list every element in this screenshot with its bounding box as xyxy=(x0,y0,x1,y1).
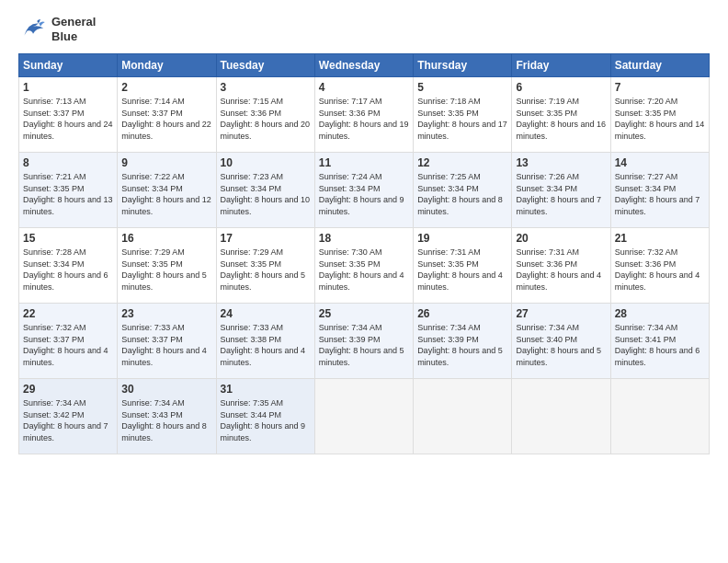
day-info: Sunrise: 7:32 AMSunset: 3:36 PMDaylight:… xyxy=(615,247,705,293)
day-number: 25 xyxy=(319,307,409,320)
day-number: 23 xyxy=(121,307,211,320)
calendar-cell: 3Sunrise: 7:15 AMSunset: 3:36 PMDaylight… xyxy=(216,77,314,153)
day-info: Sunrise: 7:30 AMSunset: 3:35 PMDaylight:… xyxy=(319,247,409,293)
day-number: 29 xyxy=(23,383,113,396)
calendar-cell: 4Sunrise: 7:17 AMSunset: 3:36 PMDaylight… xyxy=(314,77,413,153)
day-info: Sunrise: 7:19 AMSunset: 3:35 PMDaylight:… xyxy=(516,96,606,142)
calendar-week-row: 29Sunrise: 7:34 AMSunset: 3:42 PMDayligh… xyxy=(19,379,710,454)
day-number: 30 xyxy=(121,383,211,396)
day-info: Sunrise: 7:28 AMSunset: 3:34 PMDaylight:… xyxy=(23,247,113,293)
calendar-cell: 9Sunrise: 7:22 AMSunset: 3:34 PMDaylight… xyxy=(118,153,216,228)
day-number: 10 xyxy=(221,156,311,169)
day-number: 7 xyxy=(615,81,705,94)
weekday-header: Sunday xyxy=(19,54,118,77)
day-number: 19 xyxy=(417,232,507,245)
calendar-cell: 29Sunrise: 7:34 AMSunset: 3:42 PMDayligh… xyxy=(19,379,118,454)
calendar-cell: 20Sunrise: 7:31 AMSunset: 3:36 PMDayligh… xyxy=(512,228,610,304)
calendar-cell xyxy=(314,379,413,454)
header: General Blue xyxy=(18,15,710,44)
day-number: 20 xyxy=(516,232,606,245)
day-info: Sunrise: 7:32 AMSunset: 3:37 PMDaylight:… xyxy=(23,322,113,368)
weekday-header: Saturday xyxy=(610,54,709,77)
day-number: 24 xyxy=(221,307,311,320)
calendar-cell: 24Sunrise: 7:33 AMSunset: 3:38 PMDayligh… xyxy=(216,304,314,379)
day-info: Sunrise: 7:34 AMSunset: 3:42 PMDaylight:… xyxy=(23,397,113,443)
calendar-week-row: 15Sunrise: 7:28 AMSunset: 3:34 PMDayligh… xyxy=(19,228,710,304)
calendar-cell: 12Sunrise: 7:25 AMSunset: 3:34 PMDayligh… xyxy=(414,153,512,228)
day-number: 26 xyxy=(417,307,507,320)
calendar-cell: 22Sunrise: 7:32 AMSunset: 3:37 PMDayligh… xyxy=(19,304,118,379)
day-number: 15 xyxy=(23,232,113,245)
calendar-cell xyxy=(610,379,709,454)
calendar-cell: 26Sunrise: 7:34 AMSunset: 3:39 PMDayligh… xyxy=(414,304,512,379)
calendar-cell xyxy=(512,379,610,454)
day-number: 3 xyxy=(221,81,311,94)
calendar-cell: 25Sunrise: 7:34 AMSunset: 3:39 PMDayligh… xyxy=(314,304,413,379)
day-info: Sunrise: 7:26 AMSunset: 3:34 PMDaylight:… xyxy=(516,171,606,217)
weekday-header: Monday xyxy=(118,54,216,77)
calendar-cell: 11Sunrise: 7:24 AMSunset: 3:34 PMDayligh… xyxy=(314,153,413,228)
calendar-table: SundayMondayTuesdayWednesdayThursdayFrid… xyxy=(18,53,710,454)
day-info: Sunrise: 7:23 AMSunset: 3:34 PMDaylight:… xyxy=(221,171,311,217)
calendar-header-row: SundayMondayTuesdayWednesdayThursdayFrid… xyxy=(19,54,710,77)
weekday-header: Thursday xyxy=(414,54,512,77)
calendar-cell: 13Sunrise: 7:26 AMSunset: 3:34 PMDayligh… xyxy=(512,153,610,228)
calendar-cell: 7Sunrise: 7:20 AMSunset: 3:35 PMDaylight… xyxy=(610,77,709,153)
day-info: Sunrise: 7:20 AMSunset: 3:35 PMDaylight:… xyxy=(615,96,705,142)
calendar-cell xyxy=(414,379,512,454)
day-info: Sunrise: 7:25 AMSunset: 3:34 PMDaylight:… xyxy=(417,171,507,217)
calendar-cell: 18Sunrise: 7:30 AMSunset: 3:35 PMDayligh… xyxy=(314,228,413,304)
day-info: Sunrise: 7:33 AMSunset: 3:37 PMDaylight:… xyxy=(121,322,211,368)
calendar-week-row: 8Sunrise: 7:21 AMSunset: 3:35 PMDaylight… xyxy=(19,153,710,228)
day-info: Sunrise: 7:24 AMSunset: 3:34 PMDaylight:… xyxy=(319,171,409,217)
day-info: Sunrise: 7:22 AMSunset: 3:34 PMDaylight:… xyxy=(121,171,211,217)
day-info: Sunrise: 7:29 AMSunset: 3:35 PMDaylight:… xyxy=(121,247,211,293)
day-info: Sunrise: 7:34 AMSunset: 3:43 PMDaylight:… xyxy=(121,397,211,443)
day-number: 16 xyxy=(121,232,211,245)
day-info: Sunrise: 7:33 AMSunset: 3:38 PMDaylight:… xyxy=(221,322,311,368)
calendar-cell: 5Sunrise: 7:18 AMSunset: 3:35 PMDaylight… xyxy=(414,77,512,153)
day-info: Sunrise: 7:15 AMSunset: 3:36 PMDaylight:… xyxy=(221,96,311,142)
calendar-cell: 14Sunrise: 7:27 AMSunset: 3:34 PMDayligh… xyxy=(610,153,709,228)
day-number: 11 xyxy=(319,156,409,169)
weekday-header: Wednesday xyxy=(314,54,413,77)
day-info: Sunrise: 7:34 AMSunset: 3:40 PMDaylight:… xyxy=(516,322,606,368)
calendar-cell: 31Sunrise: 7:35 AMSunset: 3:44 PMDayligh… xyxy=(216,379,314,454)
day-number: 31 xyxy=(221,383,311,396)
day-number: 1 xyxy=(23,81,113,94)
weekday-header: Friday xyxy=(512,54,610,77)
weekday-header: Tuesday xyxy=(216,54,314,77)
calendar-cell: 2Sunrise: 7:14 AMSunset: 3:37 PMDaylight… xyxy=(118,77,216,153)
day-number: 4 xyxy=(319,81,409,94)
day-info: Sunrise: 7:35 AMSunset: 3:44 PMDaylight:… xyxy=(221,397,311,443)
day-number: 28 xyxy=(615,307,705,320)
logo-text: General Blue xyxy=(51,15,96,43)
day-info: Sunrise: 7:14 AMSunset: 3:37 PMDaylight:… xyxy=(121,96,211,142)
calendar-cell: 19Sunrise: 7:31 AMSunset: 3:35 PMDayligh… xyxy=(414,228,512,304)
logo: General Blue xyxy=(18,15,96,44)
day-number: 8 xyxy=(23,156,113,169)
day-number: 22 xyxy=(23,307,113,320)
day-number: 13 xyxy=(516,156,606,169)
calendar-cell: 6Sunrise: 7:19 AMSunset: 3:35 PMDaylight… xyxy=(512,77,610,153)
day-number: 21 xyxy=(615,232,705,245)
calendar-cell: 1Sunrise: 7:13 AMSunset: 3:37 PMDaylight… xyxy=(19,77,118,153)
day-info: Sunrise: 7:31 AMSunset: 3:36 PMDaylight:… xyxy=(516,247,606,293)
calendar-cell: 17Sunrise: 7:29 AMSunset: 3:35 PMDayligh… xyxy=(216,228,314,304)
calendar-cell: 30Sunrise: 7:34 AMSunset: 3:43 PMDayligh… xyxy=(118,379,216,454)
calendar-week-row: 1Sunrise: 7:13 AMSunset: 3:37 PMDaylight… xyxy=(19,77,710,153)
day-number: 14 xyxy=(615,156,705,169)
day-number: 6 xyxy=(516,81,606,94)
calendar-cell: 21Sunrise: 7:32 AMSunset: 3:36 PMDayligh… xyxy=(610,228,709,304)
calendar-cell: 16Sunrise: 7:29 AMSunset: 3:35 PMDayligh… xyxy=(118,228,216,304)
day-info: Sunrise: 7:21 AMSunset: 3:35 PMDaylight:… xyxy=(23,171,113,217)
day-info: Sunrise: 7:34 AMSunset: 3:39 PMDaylight:… xyxy=(319,322,409,368)
day-info: Sunrise: 7:34 AMSunset: 3:39 PMDaylight:… xyxy=(417,322,507,368)
day-number: 5 xyxy=(417,81,507,94)
calendar-week-row: 22Sunrise: 7:32 AMSunset: 3:37 PMDayligh… xyxy=(19,304,710,379)
day-number: 18 xyxy=(319,232,409,245)
calendar-cell: 10Sunrise: 7:23 AMSunset: 3:34 PMDayligh… xyxy=(216,153,314,228)
day-number: 12 xyxy=(417,156,507,169)
calendar-cell: 15Sunrise: 7:28 AMSunset: 3:34 PMDayligh… xyxy=(19,228,118,304)
day-info: Sunrise: 7:29 AMSunset: 3:35 PMDaylight:… xyxy=(221,247,311,293)
